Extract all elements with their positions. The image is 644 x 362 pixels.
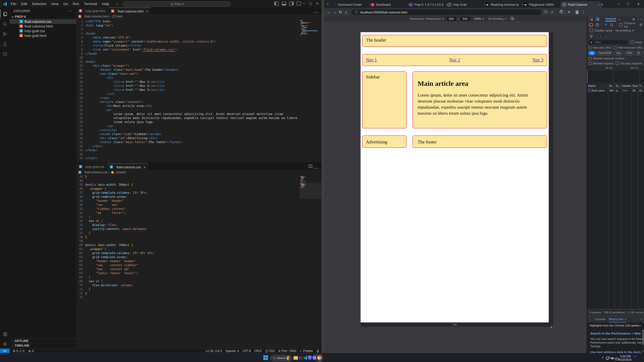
- hide-data-urls-checkbox[interactable]: [588, 46, 592, 49]
- whatsnew-link-1[interactable]: Search in the Performance > Networ: [590, 332, 641, 335]
- breadcrumb[interactable]: 3 fluid-columns.css › .content: [78, 170, 126, 175]
- broadcast-status[interactable]: 0: [28, 349, 34, 353]
- filter-input[interactable]: [594, 40, 626, 44]
- share-icon[interactable]: [560, 10, 563, 14]
- new-tab-icon[interactable]: +: [601, 2, 603, 6]
- menu-edit[interactable]: Edit: [19, 2, 30, 6]
- network-tray-icon[interactable]: [606, 356, 610, 362]
- editor-tab[interactable]: 3holy-grail.css: [76, 163, 107, 170]
- zoom-icon[interactable]: [544, 10, 547, 14]
- project-section[interactable]: ∨ PREP 6: [10, 14, 76, 19]
- problems-errors[interactable]: ⊗0 ⚠0: [13, 349, 24, 353]
- maximize-button[interactable]: □: [627, 2, 629, 5]
- network-throttling-select[interactable]: No throttling: [616, 29, 634, 32]
- account-icon[interactable]: [0, 330, 10, 339]
- settings-gear-icon[interactable]: ⚙: [0, 340, 10, 348]
- editor-tab[interactable]: 5fluid-columns.html×: [108, 7, 151, 14]
- toggle-sidebar-icon[interactable]: [274, 2, 279, 5]
- device-toolbar-icon[interactable]: [596, 17, 600, 21]
- editor-actions-icon[interactable]: ⋯: [313, 9, 318, 15]
- clock[interactable]: 5:50 PM 9/22/2024: [619, 355, 631, 361]
- invert-checkbox[interactable]: [630, 40, 634, 44]
- breadcrumb[interactable]: 5 fluid-columns.html › html: [78, 14, 122, 19]
- editor-tab[interactable]: 5holy-grail.html: [76, 7, 108, 14]
- device-height-input[interactable]: [460, 17, 470, 21]
- home-icon[interactable]: ⌂: [345, 10, 347, 14]
- file-item[interactable]: 3fluid-columns.css: [10, 19, 76, 24]
- close-tab-icon[interactable]: ×: [146, 9, 148, 13]
- page-nav-link[interactable]: Nav 3: [532, 57, 544, 63]
- filter-pill-fetchxhr[interactable]: Fetch/XHR: [596, 51, 614, 55]
- column-header[interactable]: St...: [608, 83, 614, 88]
- browser-tab[interactable]: Fluid Columns×: [560, 1, 602, 8]
- reload-icon[interactable]: ↻: [339, 10, 342, 14]
- third-party-checkbox[interactable]: [616, 62, 619, 65]
- forward-icon[interactable]: →: [333, 10, 337, 14]
- browser-tab[interactable]: Command Center×: [331, 1, 373, 8]
- scroll-down-icon[interactable]: ▼: [642, 350, 644, 352]
- filter-toggle-icon[interactable]: [604, 24, 607, 27]
- toggle-panel-icon[interactable]: [282, 2, 286, 5]
- editor-actions-icon[interactable]: ⋯: [313, 165, 318, 171]
- close-drawer-tab-icon[interactable]: ×: [625, 318, 626, 321]
- customize-layout-icon[interactable]: [296, 2, 301, 5]
- start-button[interactable]: [263, 355, 268, 360]
- menu-go[interactable]: Go: [61, 2, 70, 6]
- browser-tab[interactable]: MPlayground | MDN×: [522, 1, 564, 8]
- tab-search-icon[interactable]: ∨: [327, 2, 329, 5]
- column-header[interactable]: Name: [587, 83, 608, 88]
- overview-selection-handle[interactable]: [587, 70, 588, 83]
- browser-tab[interactable]: MRealizing common la×: [484, 1, 526, 8]
- device-width-input[interactable]: [446, 17, 456, 21]
- volume-tray-icon[interactable]: [610, 356, 614, 362]
- drawer-close-icon[interactable]: ×: [641, 318, 642, 321]
- filter-pill-all[interactable]: All: [588, 51, 595, 55]
- rotate-device-icon[interactable]: [510, 17, 514, 21]
- record-icon[interactable]: [589, 23, 593, 27]
- close-button[interactable]: ×: [314, 1, 320, 5]
- filter-pill-css[interactable]: CSS: [624, 51, 634, 55]
- filter-pill-font[interactable]: Font: [643, 51, 644, 55]
- filter-pill-js[interactable]: JS: [635, 51, 642, 55]
- site-info-icon[interactable]: ⓘ: [355, 10, 358, 14]
- language-mode[interactable]: {}CSS: [266, 349, 275, 353]
- eol[interactable]: CRLF: [254, 349, 262, 353]
- throttling-select[interactable]: No throttling: [488, 17, 507, 21]
- disable-cache-checkbox[interactable]: [590, 29, 593, 32]
- scrollbar-thumb[interactable]: [642, 330, 644, 345]
- page-nav-link[interactable]: Nav 2: [449, 57, 460, 63]
- drawer-menu-icon[interactable]: ⋮: [589, 318, 592, 321]
- timeline-section[interactable]: › TIMELINE: [10, 343, 76, 348]
- resize-grip-corner[interactable]: [550, 323, 552, 326]
- file-item[interactable]: 3holy-grail.css: [10, 28, 76, 33]
- devtools-settings-icon[interactable]: ⚙: [632, 17, 635, 21]
- blocked-requests-checkbox[interactable]: [588, 62, 592, 65]
- close-button[interactable]: ×: [637, 2, 640, 6]
- browser-menu-icon[interactable]: ⋮: [582, 10, 586, 14]
- encoding[interactable]: UTF-8: [242, 349, 251, 353]
- menu-file[interactable]: File: [8, 2, 19, 6]
- column-header[interactable]: Ty...: [614, 83, 621, 88]
- menu-terminal[interactable]: Terminal: [82, 2, 100, 6]
- network-conditions-icon[interactable]: [589, 34, 593, 38]
- live-server-port[interactable]: ⊘Port : 5500: [278, 349, 296, 353]
- import-har-icon[interactable]: ↑: [600, 34, 602, 38]
- blocked-cookies-checkbox[interactable]: [588, 57, 592, 60]
- search-icon[interactable]: [610, 23, 613, 26]
- bookmark-star-icon[interactable]: ☆: [550, 10, 554, 14]
- toggle-secondary-sidebar-icon[interactable]: [289, 2, 294, 5]
- filter-pill-doc[interactable]: Doc: [614, 51, 623, 55]
- file-item[interactable]: 5fluid-columns.html: [10, 24, 76, 28]
- whatsnew-link-2[interactable]: Use test address data in the Autofill: [590, 350, 641, 353]
- address-bar[interactable]: ⓘ localhost:5500/fluid-columns.html: [352, 9, 542, 15]
- history-back-icon[interactable]: ←: [114, 2, 120, 6]
- profile-avatar[interactable]: [575, 10, 579, 14]
- timeline-overview[interactable]: [587, 70, 644, 83]
- inspect-icon[interactable]: [589, 17, 594, 21]
- editor-tab[interactable]: 3fluid-columns.css×: [107, 163, 148, 170]
- reading-list-icon[interactable]: ≡: [568, 10, 570, 14]
- back-icon[interactable]: ←: [327, 10, 331, 14]
- minimize-button[interactable]: −: [617, 2, 620, 6]
- column-header[interactable]: Size: [631, 83, 638, 88]
- menu-help[interactable]: Help: [100, 2, 112, 6]
